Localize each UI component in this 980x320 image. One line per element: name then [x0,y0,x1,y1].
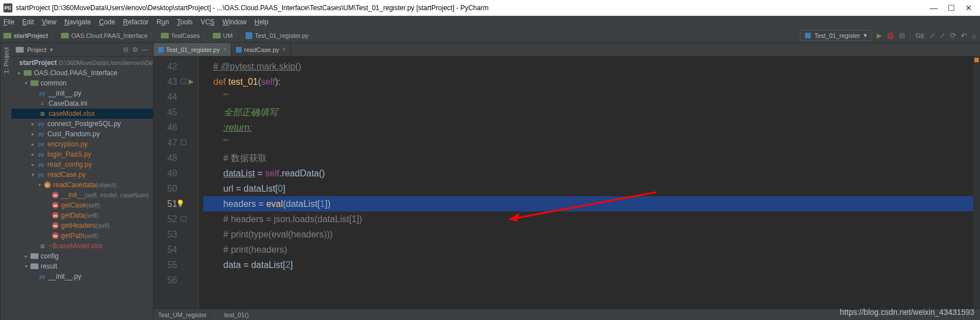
chevron-down-icon[interactable]: ▾ [50,46,53,54]
breadcrumb-class[interactable]: Test_UM_register [158,312,207,318]
tree-item[interactable]: ▸OAS.Cloud.PAAS_Interface [11,68,153,78]
close-icon[interactable]: ✕ [965,3,972,12]
git-update-icon[interactable]: ✓ [930,32,935,40]
breadcrumb-method[interactable]: test_01() [224,312,248,318]
folder-icon [213,33,221,38]
crumb-root[interactable]: startProject [14,32,48,39]
tab-test-01-register[interactable]: Test_01_register.py× [154,43,231,56]
fold-icon[interactable]: - [181,216,186,222]
menu-view[interactable]: View [42,18,56,26]
python-icon: py [37,120,45,127]
run-config-selector[interactable]: Test_01_register▾ [800,30,872,41]
close-tab-icon[interactable]: × [283,46,286,53]
python-icon: py [38,90,46,97]
maximize-icon[interactable]: ☐ [948,3,955,12]
menu-tools[interactable]: Tools [177,18,193,26]
fold-icon[interactable]: - [181,79,186,84]
folder-icon [30,263,38,269]
class-icon: C [44,181,51,188]
gear-icon[interactable]: ⚙ [132,46,138,54]
git-history-icon[interactable]: ⟳ [950,31,956,40]
folder-icon [30,80,38,86]
folder-icon [61,33,69,38]
close-tab-icon[interactable]: × [223,46,226,53]
crumb-3[interactable]: UM [223,32,233,39]
folder-icon [30,253,38,259]
tree-item[interactable]: ▾result [11,261,153,271]
tree-item-selected[interactable]: ▦caseModel.xlsx [11,109,153,119]
crumb-1[interactable]: OAS.Cloud.PAAS_Interface [71,32,148,39]
menu-edit[interactable]: Edit [22,18,34,26]
python-icon [236,47,242,53]
xlsx-icon: ▦ [38,110,46,117]
code-content[interactable]: # @pytest.mark.skip() def test_01(self):… [199,57,973,309]
fold-icon[interactable]: - [181,140,186,145]
search-everywhere-icon[interactable]: ⌕ [972,31,977,40]
folder-icon [16,47,24,53]
watermark: https://blog.csdn.net/weixin_43431593 [840,308,974,317]
stop-button[interactable] [899,33,905,38]
tree-item[interactable]: py__init__.py [11,88,153,98]
project-tool-window: Project ▾ ⊖ ⚙ — startProject D:\360MoveD… [11,43,154,320]
menu-file[interactable]: File [3,18,14,26]
tree-item[interactable]: ▾CreadCasedata(object) [11,180,153,190]
python-icon: py [37,131,45,137]
xlsx-icon: ▦ [38,243,46,249]
tree-item[interactable]: ▸pyCust_Random.py [11,129,153,139]
git-commit-icon[interactable]: ✓ [940,32,946,40]
minimize-icon[interactable]: — [930,3,938,12]
warning-marker[interactable] [974,58,979,62]
tab-readcase[interactable]: readCase.py× [231,43,291,56]
folder-icon [3,33,11,38]
menu-window[interactable]: Window [222,18,247,26]
tree-item[interactable]: ▸config [11,251,153,261]
tree-item[interactable]: m__init__(self, model, caseNum) [11,190,153,200]
hide-icon[interactable]: — [142,46,148,54]
folder-icon [161,33,169,38]
collapse-icon[interactable]: ⊖ [123,46,129,54]
folder-icon [24,70,32,76]
debug-button[interactable]: 🐞 [886,32,895,40]
tree-item[interactable]: ▾common [11,78,153,88]
project-tree[interactable]: startProject D:\360MoveData\Users\lenovo… [11,57,153,320]
editor-tabs: Test_01_register.py× readCase.py× [154,43,980,57]
menu-code[interactable]: Code [99,18,115,26]
code-editor[interactable]: 42 43- 44 45 46 47- 48 49 50 51 52- 53 5… [154,57,980,309]
titlebar: PC startProject [D:\360MoveData\Users\le… [0,0,980,16]
crumb-file[interactable]: Test_01_register.py [255,32,308,39]
tree-item[interactable]: mgetHeaders(self) [11,220,153,231]
pycharm-icon: PC [3,3,12,12]
menu-help[interactable]: Help [255,18,269,26]
navbar: startProject〉 OAS.Cloud.PAAS_Interface〉 … [0,28,980,43]
crumb-2[interactable]: TestCases [171,32,200,39]
run-test-icon[interactable]: ▶ [189,77,194,85]
tree-root[interactable]: startProject D:\360MoveData\Users\lenovo… [11,58,153,68]
menu-vcs[interactable]: VCS [200,18,215,26]
tree-item[interactable]: mgetPath(self) [11,231,153,241]
method-icon: m [52,232,59,239]
tree-item[interactable]: ≡CaseData.ini [11,98,153,109]
python-icon: py [38,273,46,280]
tree-item[interactable]: ▸pylogin_PaaS.py [11,149,153,159]
tree-item[interactable]: mgetData(self) [11,210,153,220]
line-number-gutter: 42 43- 44 45 46 47- 48 49 50 51 52- 53 5… [154,57,187,309]
tree-item[interactable]: ▸pyconnect_PostgreSQL.py [11,119,153,129]
method-icon: m [52,222,59,229]
menu-refactor[interactable]: Refactor [123,18,148,26]
tree-item[interactable]: ▾pyreadCase.py [11,170,153,180]
tree-item[interactable]: ▦~$caseModel.xlsx [11,241,153,251]
project-toolwindow-tab[interactable]: 1: Project [0,43,11,320]
tree-item[interactable]: py__init__.py [11,271,153,282]
tree-item[interactable]: ▸pyencryption.py [11,139,153,149]
python-icon: py [37,151,45,158]
tree-item[interactable]: ▸pyread_config.py [11,159,153,170]
ini-icon: ≡ [38,100,46,107]
git-revert-icon[interactable]: ↶ [961,31,968,40]
intention-bulb-icon[interactable]: 💡 [176,200,185,207]
tree-item[interactable]: mgetCase(self) [11,200,153,210]
menu-run[interactable]: Run [156,18,169,26]
window-title: startProject [D:\360MoveData\Users\lenov… [16,4,930,12]
run-button[interactable]: ▶ [877,32,882,40]
error-stripe[interactable] [973,57,980,309]
menu-navigate[interactable]: Navigate [64,18,91,26]
